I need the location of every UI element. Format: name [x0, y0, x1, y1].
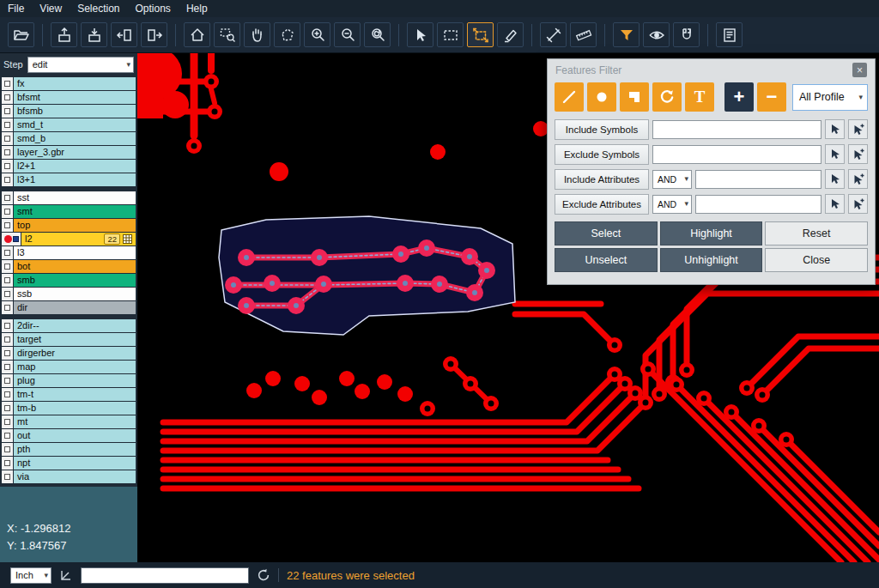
layer-visibility-checkbox[interactable] — [2, 118, 13, 131]
snap-button[interactable] — [673, 22, 700, 47]
open-file-button[interactable] — [8, 22, 34, 47]
dialog-close-button[interactable]: × — [852, 63, 867, 77]
include-attributes-operator-select[interactable]: AND▾ — [652, 170, 692, 189]
layer-visibility-checkbox[interactable] — [2, 361, 13, 373]
unselect-button[interactable]: Unselect — [555, 248, 658, 272]
refresh-icon[interactable] — [257, 568, 270, 582]
layer-visibility-checkbox[interactable] — [2, 402, 13, 415]
exclude-symbols-field[interactable] — [652, 145, 821, 164]
shift-left-button[interactable] — [111, 22, 137, 47]
select-transform-button[interactable] — [467, 22, 494, 47]
select-button[interactable]: Select — [555, 221, 658, 246]
pick-symbol-button[interactable] — [825, 119, 845, 139]
layer-row[interactable]: target — [2, 333, 136, 346]
pan-button[interactable] — [244, 22, 270, 47]
layer-row[interactable]: pth — [2, 443, 136, 456]
layer-visibility-checkbox[interactable] — [2, 333, 13, 346]
layer-visibility-checkbox[interactable] — [2, 219, 13, 232]
layer-visibility-checkbox[interactable] — [2, 274, 13, 287]
angle-corner-icon[interactable] — [59, 568, 73, 582]
view-options-button[interactable] — [643, 22, 670, 47]
layer-visibility-checkbox[interactable] — [2, 160, 13, 173]
layer-row[interactable]: layer_3.gbr — [2, 146, 136, 159]
remove-filter-button[interactable]: − — [757, 82, 786, 112]
layer-row[interactable]: smt — [2, 205, 136, 218]
pick-symbol-add-button[interactable] — [848, 119, 868, 139]
layer-row[interactable]: l3+1 — [2, 173, 136, 186]
layer-visibility-checkbox[interactable] — [2, 415, 13, 428]
import-down-button[interactable] — [81, 22, 107, 47]
step-select[interactable]: edit▾ — [27, 57, 134, 73]
polygon-select-button[interactable] — [274, 22, 300, 47]
include-attributes-button[interactable]: Include Attributes — [555, 169, 649, 190]
add-filter-button[interactable]: + — [724, 82, 754, 112]
layer-visibility-checkbox[interactable] — [2, 205, 13, 218]
menu-help[interactable]: Help — [179, 0, 215, 17]
zoom-window-button[interactable] — [214, 22, 240, 47]
unit-select[interactable]: Inch▾ — [10, 567, 52, 584]
zoom-reset-button[interactable] — [364, 22, 391, 47]
layer-row[interactable]: tm-t — [2, 388, 136, 401]
layer-visibility-checkbox[interactable] — [2, 77, 13, 90]
layer-row-active[interactable]: l2 22 — [2, 233, 136, 246]
layer-row[interactable]: tm-b — [2, 402, 136, 415]
layer-row[interactable]: plug — [2, 374, 136, 387]
pick-exclude-attribute-button[interactable] — [825, 194, 845, 214]
layer-visibility-checkbox[interactable] — [2, 260, 13, 273]
zoom-out-button[interactable] — [334, 22, 361, 47]
layer-visibility-checkbox[interactable] — [2, 288, 13, 300]
surface-tool-button[interactable] — [620, 82, 649, 112]
include-attributes-field[interactable] — [695, 170, 821, 189]
layer-row[interactable]: top — [2, 219, 136, 232]
layer-visibility-checkbox[interactable] — [2, 132, 13, 145]
layer-row[interactable]: sst — [2, 191, 136, 204]
report-button[interactable] — [716, 22, 743, 47]
pick-include-attribute-button[interactable] — [825, 169, 845, 189]
exclude-attributes-operator-select[interactable]: AND▾ — [652, 195, 692, 214]
layer-row[interactable]: smd_t — [2, 118, 136, 131]
profile-select[interactable]: All Profile▾ — [792, 84, 868, 111]
layer-row[interactable]: dirgerber — [2, 347, 136, 360]
select-rectangle-button[interactable] — [437, 22, 464, 47]
home-view-button[interactable] — [184, 22, 210, 47]
measure-line-button[interactable] — [540, 22, 567, 47]
unhighlight-button[interactable]: Unhighlight — [660, 248, 763, 272]
layer-row[interactable]: fx — [2, 77, 136, 90]
ruler-button[interactable] — [570, 22, 597, 47]
layer-visibility-checkbox[interactable] — [2, 319, 13, 332]
text-tool-button[interactable]: T — [685, 82, 714, 112]
exclude-attributes-button[interactable]: Exclude Attributes — [555, 194, 649, 215]
layer-visibility-checkbox[interactable] — [2, 301, 13, 314]
layer-visibility-checkbox[interactable] — [2, 91, 13, 104]
layer-row[interactable]: via — [2, 470, 136, 483]
layer-visibility-checkbox[interactable] — [2, 246, 13, 259]
command-input[interactable] — [81, 567, 249, 584]
layer-visibility-checkbox[interactable] — [2, 388, 13, 401]
layer-visibility-checkbox[interactable] — [2, 443, 13, 456]
close-button[interactable]: Close — [765, 248, 868, 272]
layer-visibility-checkbox[interactable] — [2, 429, 13, 442]
layer-row[interactable]: map — [2, 361, 136, 373]
layer-row[interactable]: smd_b — [2, 132, 136, 145]
pick-exclude-symbol-add-button[interactable] — [848, 144, 868, 164]
dialog-titlebar[interactable]: Features Filter × — [548, 59, 875, 81]
layer-visibility-checkbox[interactable] — [2, 470, 13, 483]
highlight-button[interactable]: Highlight — [660, 221, 763, 246]
export-up-button[interactable] — [51, 22, 77, 47]
features-filter-button[interactable] — [613, 22, 640, 47]
layer-visibility-checkbox[interactable] — [2, 173, 13, 186]
layer-visibility-checkbox[interactable] — [2, 146, 13, 159]
line-tool-button[interactable] — [555, 82, 584, 112]
layer-row[interactable]: bfsmt — [2, 91, 136, 104]
layer-row[interactable]: smb — [2, 274, 136, 287]
layer-visibility-checkbox[interactable] — [2, 233, 21, 246]
layer-row[interactable]: npt — [2, 457, 136, 470]
paint-brush-button[interactable] — [497, 22, 524, 47]
layer-row[interactable]: ssb — [2, 288, 136, 300]
layer-row[interactable]: l3 — [2, 246, 136, 259]
arc-tool-button[interactable] — [652, 82, 682, 112]
layer-visibility-checkbox[interactable] — [2, 457, 13, 470]
layer-visibility-checkbox[interactable] — [2, 191, 13, 204]
zoom-in-button[interactable] — [304, 22, 330, 47]
layer-row[interactable]: dir — [2, 301, 136, 314]
